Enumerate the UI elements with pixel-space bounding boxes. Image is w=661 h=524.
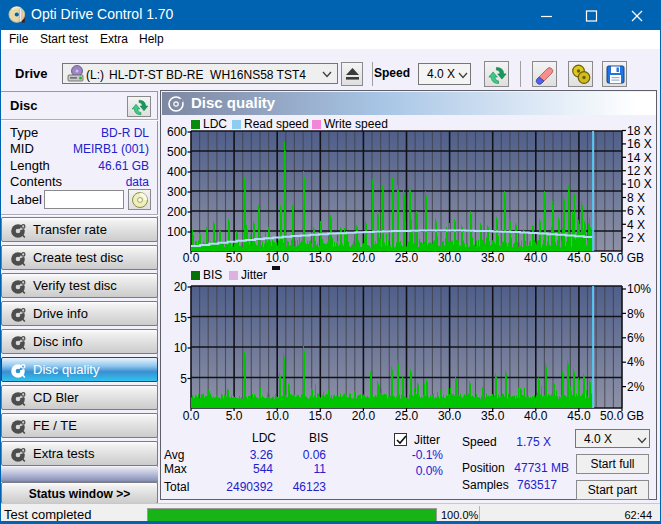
svg-text:35.0: 35.0: [481, 409, 505, 423]
svg-text:16 X: 16 X: [627, 137, 652, 151]
svg-text:40.0: 40.0: [524, 409, 548, 423]
svg-text:5: 5: [180, 372, 187, 386]
svg-text:10.0: 10.0: [266, 409, 290, 423]
svg-text:20: 20: [174, 280, 188, 294]
svg-text:Jitter: Jitter: [241, 268, 267, 282]
svg-text:2 X: 2 X: [627, 231, 645, 245]
svg-text:15.0: 15.0: [309, 409, 333, 423]
svg-text:300: 300: [167, 185, 187, 199]
svg-text:LDC: LDC: [203, 117, 227, 131]
svg-text:18 X: 18 X: [627, 124, 652, 138]
svg-text:10: 10: [174, 341, 188, 355]
svg-text:12 X: 12 X: [627, 164, 652, 178]
svg-text:4%: 4%: [627, 355, 645, 369]
svg-text:50.0 GB: 50.0 GB: [600, 409, 644, 423]
svg-text:Write speed: Write speed: [324, 117, 388, 131]
svg-text:30.0: 30.0: [438, 409, 462, 423]
svg-text:4 X: 4 X: [627, 218, 645, 232]
svg-text:400: 400: [167, 165, 187, 179]
svg-text:25.0: 25.0: [395, 409, 419, 423]
svg-text:45.0: 45.0: [567, 409, 591, 423]
svg-text:6%: 6%: [627, 331, 645, 345]
svg-text:0.0: 0.0: [183, 409, 200, 423]
svg-text:20.0: 20.0: [352, 409, 376, 423]
svg-text:500: 500: [167, 145, 187, 159]
svg-text:2%: 2%: [627, 380, 645, 394]
svg-text:100: 100: [167, 225, 187, 239]
svg-text:8%: 8%: [627, 307, 645, 321]
svg-text:200: 200: [167, 205, 187, 219]
svg-text:BIS: BIS: [203, 268, 222, 282]
svg-text:8 X: 8 X: [627, 191, 645, 205]
svg-text:10 X: 10 X: [627, 177, 652, 191]
svg-text:5.0: 5.0: [226, 409, 243, 423]
svg-text:14 X: 14 X: [627, 151, 652, 165]
svg-text:Read speed: Read speed: [244, 117, 309, 131]
svg-text:6 X: 6 X: [627, 204, 645, 218]
svg-text:15: 15: [174, 311, 188, 325]
svg-text:10%: 10%: [627, 282, 651, 296]
svg-text:600: 600: [167, 125, 187, 139]
